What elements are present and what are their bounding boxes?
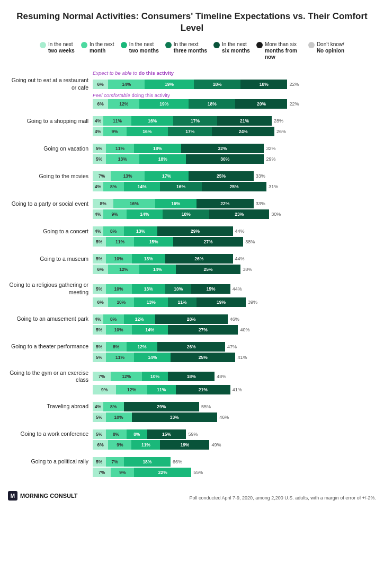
bar-segment: 6% xyxy=(93,99,108,109)
bar-segment-label: 10% xyxy=(117,300,126,305)
bar-segment: 21% xyxy=(176,385,230,394)
bar-container: 5%11%18%32%32% xyxy=(93,144,376,153)
bar-segment-label: 5% xyxy=(96,355,102,360)
bar-segment-label: 29% xyxy=(157,404,166,409)
bar-segment: 11% xyxy=(168,297,197,307)
bar-segment: 18% xyxy=(124,457,171,467)
bar-segment: 11% xyxy=(131,440,160,450)
bar-segment-label: 16% xyxy=(148,118,157,124)
activity-section: Going to a museum5%10%13%26%44%6%12%14%2… xyxy=(8,254,376,279)
bar-segment-label: 9% xyxy=(101,387,108,392)
bar-segment: 10% xyxy=(165,284,191,294)
bar-container: 5%11%14%25%41% xyxy=(93,353,376,362)
bar-segment: 10% xyxy=(142,372,168,381)
bar-segment-label: 25% xyxy=(230,184,239,189)
activity-row: 5%11%15%27%38% xyxy=(8,237,376,247)
activity-row: Going to a religious gathering or meetin… xyxy=(8,282,376,296)
activity-label: Going to a museum xyxy=(8,256,93,263)
bar-segment-label: 33% xyxy=(170,415,179,420)
activity-row: 6%12%19%18%20%22% xyxy=(8,99,376,109)
bar-segment: 8% xyxy=(103,314,124,324)
bar-segment: 5% xyxy=(93,413,106,422)
bar-segment-label: 13% xyxy=(144,286,153,292)
activity-row: Going to a party or social event8%16%16%… xyxy=(8,199,376,208)
bar-segment: 5% xyxy=(93,457,106,467)
bar-segment: 8% xyxy=(103,402,124,411)
bar-segment-label: 6% xyxy=(97,267,104,272)
bar-segment: 18% xyxy=(139,154,186,164)
bar-segment: 14% xyxy=(134,353,171,362)
activity-section: Going to a religious gathering or meetin… xyxy=(8,282,376,312)
bar-segment-label: 7% xyxy=(99,470,105,475)
bar-segment-label: 10% xyxy=(174,286,183,292)
bar-segment: 6% xyxy=(93,297,108,307)
bar-container: 4%9%16%17%24%26% xyxy=(93,127,376,136)
bar-segment-label: 18% xyxy=(142,459,151,464)
bar-segment-label: 25% xyxy=(204,267,213,272)
bar-segment-label: 12% xyxy=(127,387,136,392)
bar-segment-label: 6% xyxy=(97,82,104,87)
bar-segment: 25% xyxy=(189,171,254,181)
bar-segment-label: 18% xyxy=(182,212,191,217)
activity-row: 5%13%18%30%29% xyxy=(8,154,376,164)
footer-note: Poll conducted April 7-9, 2020, among 2,… xyxy=(190,495,376,501)
bar-segment-label: 4% xyxy=(95,129,101,134)
bar-segment: 10% xyxy=(106,254,132,264)
bar-segment-label: 23% xyxy=(235,212,244,217)
bar-segment-label: 14% xyxy=(145,327,154,332)
dont-know-label: 22% xyxy=(289,82,299,87)
bar-segment: 4% xyxy=(93,182,103,191)
bar-segment-label: 17% xyxy=(185,129,194,134)
legend-item: More than sixmonths from now xyxy=(256,41,302,60)
dont-know-label: 66% xyxy=(173,459,182,464)
bar-segment: 4% xyxy=(93,314,103,324)
bar-segment-label: 8% xyxy=(113,344,119,349)
activity-label: Going to the movies xyxy=(8,173,93,180)
bar-segment: 14% xyxy=(124,182,160,191)
bar-segment-label: 7% xyxy=(111,459,118,464)
bar-segment: 13% xyxy=(111,171,145,181)
bar-segment-label: 10% xyxy=(114,286,123,292)
bar-segment-label: 30% xyxy=(220,156,229,162)
activity-row: Going to a concert4%8%13%29%44% xyxy=(8,226,376,236)
dont-know-label: 33% xyxy=(256,173,265,179)
bar-segment: 18% xyxy=(240,80,287,89)
bar-segment: 7% xyxy=(93,171,111,181)
bar-segment-label: 4% xyxy=(95,212,101,217)
bar-segment-label: 14% xyxy=(148,355,157,360)
dont-know-label: 59% xyxy=(188,432,198,437)
bar-segment-label: 24% xyxy=(239,129,248,134)
bar-segment-label: 10% xyxy=(114,415,123,420)
bar-segment-label: 5% xyxy=(96,286,102,292)
bar-segment: 5% xyxy=(93,429,106,439)
activity-row: Going to an amusement park4%8%12%28%46% xyxy=(8,314,376,324)
bar-segment: 13% xyxy=(124,226,158,236)
bar-segment-label: 18% xyxy=(260,82,269,87)
bar-segment-label: 12% xyxy=(122,374,131,379)
activity-section: Going to a shopping mall4%11%16%17%21%28… xyxy=(8,116,376,142)
bar-segment: 8% xyxy=(127,429,147,439)
bar-segment: 18% xyxy=(194,80,240,89)
bar-container: 5%10%33%46% xyxy=(93,413,376,422)
bar-container: 5%8%12%26%47% xyxy=(93,342,376,352)
bar-segment: 10% xyxy=(106,325,132,335)
bar-segment: 8% xyxy=(93,199,113,208)
activity-section: Going to the movies7%13%17%25%33%4%8%14%… xyxy=(8,171,376,197)
legend-item: Don't know/No opinion xyxy=(308,41,344,60)
legend-item: In the nextsix months xyxy=(213,41,250,60)
dont-know-label: 30% xyxy=(271,212,281,217)
bar-segment-label: 9% xyxy=(111,129,118,134)
bar-segment-label: 29% xyxy=(191,229,200,234)
bar-segment: 32% xyxy=(181,144,264,153)
bar-segment-label: 8% xyxy=(110,184,117,189)
brand-name: MORNING CONSULT xyxy=(20,493,78,499)
bar-segment: 13% xyxy=(132,254,166,264)
bar-segment-label: 4% xyxy=(95,118,101,124)
dont-know-label: 44% xyxy=(233,286,242,292)
bar-segment-label: 8% xyxy=(110,404,117,409)
bar-segment-label: 11% xyxy=(141,442,150,447)
bar-container: 4%8%12%28%46% xyxy=(93,314,376,324)
bar-segment-label: 8% xyxy=(110,229,117,234)
bar-segment-label: 5% xyxy=(96,415,102,420)
bar-segment: 29% xyxy=(157,226,233,236)
